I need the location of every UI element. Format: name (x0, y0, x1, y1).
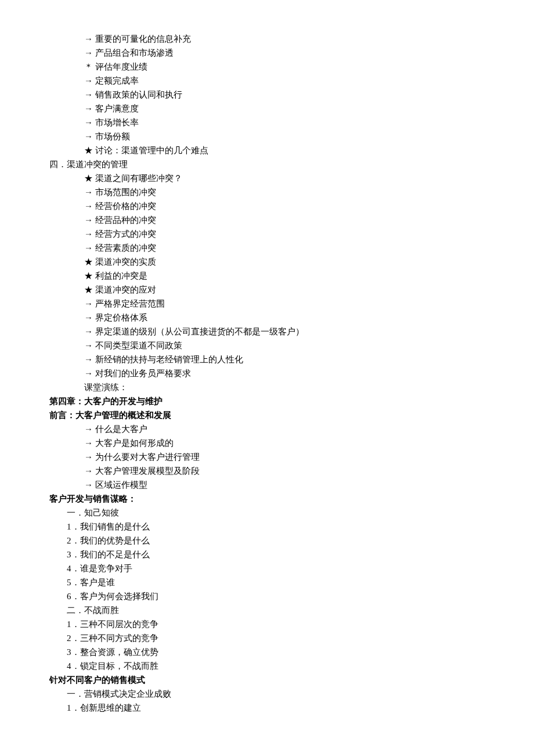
body-line: 4．锁定目标，不战而胜 (49, 659, 485, 673)
document-page: → 重要的可量化的信息补充→ 产品组合和市场渗透＊ 评估年度业绩→ 定额完成率→… (0, 0, 534, 756)
body-line: 5．客户是谁 (49, 575, 485, 589)
body-line: ★ 渠道冲突的实质 (49, 255, 485, 269)
body-line: → 经营价格的冲突 (49, 199, 485, 213)
body-line: → 市场增长率 (49, 116, 485, 129)
body-line: → 严格界定经营范围 (49, 297, 485, 311)
body-line: → 客户满意度 (49, 102, 485, 116)
body-line: 3．我们的不足是什么 (49, 548, 485, 561)
body-line: → 销售政策的认同和执行 (49, 88, 485, 102)
heading-line: 前言：大客户管理的概述和发展 (49, 408, 485, 422)
body-line: → 经营素质的冲突 (49, 241, 485, 255)
body-line: 2．我们的优势是什么 (49, 534, 485, 548)
body-line: 6．客户为何会选择我们 (49, 589, 485, 603)
body-line: 1．创新思维的建立 (49, 701, 485, 715)
body-line: ★ 渠道之间有哪些冲突？ (49, 171, 485, 185)
body-line: → 定额完成率 (49, 74, 485, 88)
body-line: → 重要的可量化的信息补充 (49, 32, 485, 46)
body-line: 2．三种不同方式的竞争 (49, 631, 485, 645)
body-line: 3．整合资源，确立优势 (49, 645, 485, 659)
body-line: → 经营方式的冲突 (49, 227, 485, 241)
body-line: → 区域运作模型 (49, 478, 485, 492)
body-line: → 大客户是如何形成的 (49, 436, 485, 450)
body-line: → 界定渠道的级别（从公司直接进货的不都是一级客户） (49, 325, 485, 339)
body-line: 二．不战而胜 (49, 603, 485, 617)
body-line: 四．渠道冲突的管理 (49, 157, 485, 171)
body-line: → 对我们的业务员严格要求 (49, 366, 485, 380)
body-line: → 经营品种的冲突 (49, 213, 485, 227)
body-line: ★ 利益的冲突是 (49, 269, 485, 283)
body-line: ＊ 评估年度业绩 (49, 60, 485, 74)
heading-line: 针对不同客户的销售模式 (49, 673, 485, 687)
body-line: 一．营销模式决定企业成败 (49, 687, 485, 701)
body-line: → 为什么要对大客户进行管理 (49, 450, 485, 464)
body-line: 1．我们销售的是什么 (49, 520, 485, 534)
body-line: → 市场份额 (49, 129, 485, 143)
body-line: → 界定价格体系 (49, 311, 485, 325)
body-line: → 不同类型渠道不同政策 (49, 339, 485, 352)
heading-line: 客户开发与销售谋略： (49, 492, 485, 506)
body-line: → 市场范围的冲突 (49, 185, 485, 199)
body-line: → 大客户管理发展模型及阶段 (49, 464, 485, 478)
body-line: ★ 讨论：渠道管理中的几个难点 (49, 143, 485, 157)
body-line: 一．知己知彼 (49, 506, 485, 520)
body-line: → 产品组合和市场渗透 (49, 46, 485, 60)
body-line: ★ 渠道冲突的应对 (49, 283, 485, 297)
body-line: 1．三种不同层次的竞争 (49, 617, 485, 631)
heading-line: 第四章：大客户的开发与维护 (49, 394, 485, 408)
body-line: → 什么是大客户 (49, 422, 485, 436)
body-line: 课堂演练： (49, 380, 485, 394)
body-line: → 新经销的扶持与老经销管理上的人性化 (49, 352, 485, 366)
body-line: 4．谁是竞争对手 (49, 561, 485, 575)
